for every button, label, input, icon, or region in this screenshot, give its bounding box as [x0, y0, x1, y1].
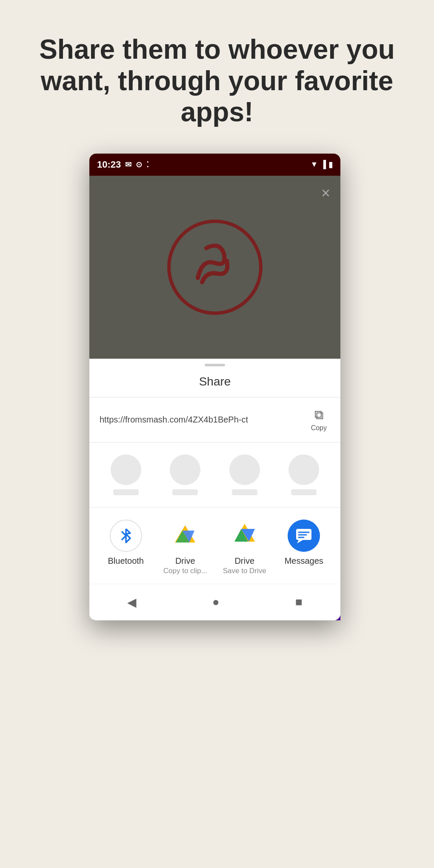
placeholder-circle [288, 454, 319, 485]
bluetooth-icon-bg [110, 520, 142, 552]
app-placeholder-1 [111, 454, 141, 495]
hero-text: Share them to whoever you want, through … [0, 0, 434, 145]
placeholder-label [113, 489, 139, 495]
share-app-drive-save[interactable]: Drive Save to Drive [219, 520, 270, 575]
messages-icon-bg [288, 520, 320, 552]
copy-icon: ⧉ [314, 408, 323, 423]
drive-save-sub: Save to Drive [223, 567, 266, 575]
back-button[interactable]: ◀ [119, 592, 145, 613]
drive-save-icon [228, 520, 261, 552]
battery-icon: ▮ [328, 160, 333, 169]
page-wrapper: Share them to whoever you want, through … [0, 0, 434, 868]
placeholder-circle [170, 454, 200, 485]
drive-icon-proper [173, 524, 197, 548]
app-logo [164, 216, 266, 318]
nav-bar: ◀ ● ■ [89, 584, 340, 620]
wifi-icon: ▼ [310, 160, 318, 169]
bluetooth-label: Bluetooth [108, 556, 144, 566]
signal-icon: ▐ [320, 160, 326, 169]
url-row: https://fromsmash.com/4ZX4b1BePh-ct ⧉ Co… [89, 397, 340, 443]
apps-loading-row [89, 443, 340, 508]
status-bar: 10:23 ✉ ⊙ ⁚ ▼ ▐ ▮ [89, 154, 340, 176]
svg-point-0 [169, 221, 261, 313]
placeholder-label [172, 489, 198, 495]
mail-icon: ✉ [125, 160, 131, 169]
share-title: Share [89, 375, 340, 388]
status-right: ▼ ▐ ▮ [310, 160, 333, 169]
drive-copy-label: Drive [175, 556, 195, 566]
home-button[interactable]: ● [204, 592, 228, 612]
share-app-drive-copy[interactable]: Drive Copy to clip... [160, 520, 211, 575]
close-button[interactable]: × [321, 184, 330, 202]
drive-save-icon-bg [228, 520, 261, 552]
placeholder-circle [229, 454, 260, 485]
share-app-bluetooth[interactable]: Bluetooth [100, 520, 151, 575]
circle-icon: ⊙ [136, 160, 142, 169]
share-sheet: Share https://fromsmash.com/4ZX4b1BePh-c… [89, 359, 340, 620]
share-apps-row: Bluetooth [89, 508, 340, 584]
app-placeholder-2 [170, 454, 200, 495]
placeholder-label [232, 489, 257, 495]
drive-copy-icon-bg [169, 520, 201, 552]
app-content-area: × [89, 176, 340, 359]
dots-icon: ⁚ [146, 160, 149, 169]
placeholder-label [291, 489, 317, 495]
placeholder-circle [111, 454, 141, 485]
phone-wrapper: 10:23 ✉ ⊙ ⁚ ▼ ▐ ▮ × [89, 154, 345, 620]
sheet-handle [205, 364, 225, 366]
bluetooth-icon [117, 526, 135, 545]
status-left: 10:23 ✉ ⊙ ⁚ [97, 159, 149, 170]
copy-button[interactable]: ⧉ Copy [308, 404, 330, 435]
messages-icon [294, 526, 313, 545]
app-placeholder-3 [229, 454, 260, 495]
copy-label: Copy [311, 424, 327, 432]
app-placeholder-4 [288, 454, 319, 495]
share-url: https://fromsmash.com/4ZX4b1BePh-ct [100, 415, 308, 425]
share-app-messages[interactable]: Messages [278, 520, 329, 575]
drive-save-label: Drive [234, 556, 254, 566]
svg-marker-15 [297, 540, 303, 543]
messages-label: Messages [285, 556, 323, 566]
phone-frame: 10:23 ✉ ⊙ ⁚ ▼ ▐ ▮ × [89, 154, 340, 620]
drive-copy-sub: Copy to clip... [163, 567, 207, 575]
recent-button[interactable]: ■ [287, 592, 311, 612]
status-time: 10:23 [97, 159, 121, 170]
